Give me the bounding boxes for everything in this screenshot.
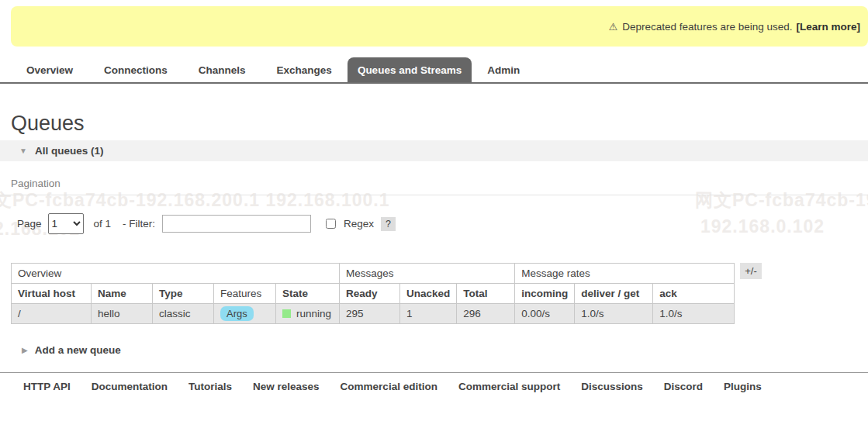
- column-header-virtual-host[interactable]: Virtual host: [12, 284, 92, 304]
- main-nav: Overview Connections Channels Exchanges …: [0, 57, 868, 84]
- regex-label: Regex: [344, 218, 374, 230]
- cell-state: running: [276, 304, 340, 324]
- tab-exchanges[interactable]: Exchanges: [261, 57, 348, 82]
- footer-link-documentation[interactable]: Documentation: [92, 381, 168, 392]
- cell-ready: 295: [340, 304, 400, 324]
- table-header-row: Virtual host Name Type Features State Re…: [12, 284, 735, 304]
- footer: HTTP API Documentation Tutorials New rel…: [0, 372, 868, 392]
- footer-link-discord[interactable]: Discord: [664, 381, 703, 392]
- column-header-features: Features: [214, 284, 276, 304]
- chevron-right-icon: ▶: [22, 346, 28, 354]
- column-header-ack[interactable]: ack: [653, 284, 735, 304]
- column-header-name[interactable]: Name: [92, 284, 153, 304]
- tab-channels[interactable]: Channels: [183, 57, 261, 82]
- chevron-down-icon: ▼: [19, 147, 27, 155]
- args-badge[interactable]: Args: [220, 306, 254, 321]
- regex-help-button[interactable]: ?: [381, 217, 396, 231]
- footer-link-discussions[interactable]: Discussions: [581, 381, 643, 392]
- tab-connections[interactable]: Connections: [88, 57, 183, 82]
- tab-admin[interactable]: Admin: [472, 57, 535, 82]
- pagination-controls: Page 1 of 1 - Filter: Regex ?: [17, 213, 868, 234]
- all-queues-toggle[interactable]: ▼ All queues (1): [0, 140, 868, 161]
- page-title: Queues: [11, 112, 868, 136]
- add-queue-toggle[interactable]: ▶ Add a new queue: [22, 344, 868, 356]
- queues-table: Overview Messages Message rates Virtual …: [11, 263, 735, 324]
- running-state-icon: [282, 309, 291, 318]
- cell-queue-type: classic: [153, 304, 214, 324]
- cell-ack: 1.0/s: [653, 304, 735, 324]
- tab-overview[interactable]: Overview: [11, 57, 88, 82]
- group-overview: Overview: [12, 264, 340, 284]
- cell-unacked: 1: [400, 304, 457, 324]
- column-header-type[interactable]: Type: [153, 284, 214, 304]
- column-header-unacked[interactable]: Unacked: [400, 284, 457, 304]
- cell-total: 296: [457, 304, 515, 324]
- cell-virtual-host: /: [12, 304, 92, 324]
- tab-queues-and-streams[interactable]: Queues and Streams: [348, 57, 472, 82]
- queues-table-zone: Overview Messages Message rates Virtual …: [11, 263, 868, 324]
- column-toggle-button[interactable]: +/-: [740, 263, 762, 279]
- footer-link-plugins[interactable]: Plugins: [724, 381, 762, 392]
- regex-checkbox[interactable]: [326, 219, 336, 229]
- column-header-state[interactable]: State: [276, 284, 340, 304]
- footer-link-new-releases[interactable]: New releases: [253, 381, 320, 392]
- all-queues-label: All queues (1): [35, 145, 104, 157]
- filter-input[interactable]: [162, 215, 311, 233]
- pagination-heading: Pagination: [0, 178, 868, 195]
- queue-row[interactable]: / hello classic Args running 295 1 296 0…: [12, 304, 735, 324]
- cell-deliver-get: 1.0/s: [575, 304, 653, 324]
- page-select[interactable]: 1: [48, 213, 84, 234]
- column-header-incoming[interactable]: incoming: [515, 284, 575, 304]
- learn-more-link[interactable]: [Learn more]: [796, 21, 860, 33]
- column-header-deliver-get[interactable]: deliver / get: [575, 284, 653, 304]
- cell-incoming: 0.00/s: [515, 304, 575, 324]
- footer-link-commercial-edition[interactable]: Commercial edition: [341, 381, 437, 392]
- page-count-label: of 1: [94, 218, 112, 230]
- warning-icon: ⚠: [609, 21, 618, 33]
- column-header-total[interactable]: Total: [457, 284, 515, 304]
- cell-features: Args: [214, 304, 276, 324]
- add-queue-label: Add a new queue: [35, 344, 121, 356]
- page-label: Page: [17, 218, 42, 230]
- deprecation-message: Deprecated features are being used.: [622, 21, 792, 33]
- group-messages: Messages: [340, 264, 515, 284]
- cell-queue-name[interactable]: hello: [92, 304, 153, 324]
- deprecation-banner: ⚠ Deprecated features are being used. [L…: [11, 6, 868, 47]
- column-header-ready[interactable]: Ready: [340, 284, 400, 304]
- state-label: running: [296, 308, 331, 319]
- filter-label: - Filter:: [123, 218, 155, 230]
- footer-link-http-api[interactable]: HTTP API: [23, 381, 71, 392]
- group-message-rates: Message rates: [515, 264, 735, 284]
- footer-link-tutorials[interactable]: Tutorials: [188, 381, 232, 392]
- footer-link-commercial-support[interactable]: Commercial support: [458, 381, 560, 392]
- table-group-header-row: Overview Messages Message rates: [12, 264, 735, 284]
